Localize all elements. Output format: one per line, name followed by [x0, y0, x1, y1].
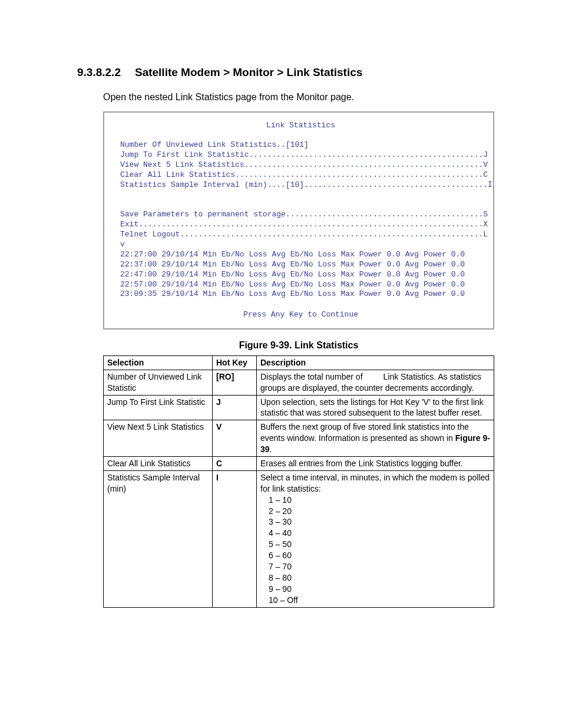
cell-selection: View Next 5 Link Statistics [104, 420, 213, 457]
terminal-title: Link Statistics [120, 121, 481, 131]
table-row: Statistics Sample Interval (min) I Selec… [104, 470, 494, 607]
interval-item: 9 – 90 [269, 584, 490, 595]
interval-item: 2 – 20 [269, 506, 490, 517]
cell-hotkey: [RO] [213, 370, 257, 395]
cell-hotkey: I [213, 470, 257, 607]
cell-hotkey: J [213, 395, 257, 420]
cell-description: Upon selection, sets the listings for Ho… [257, 395, 494, 420]
figure-caption: Figure 9-39. Link Statistics [103, 339, 494, 352]
cell-selection: Jump To First Link Statistic [104, 395, 213, 420]
terminal-line: 22:37:00 29/10/14 Min Eb/No Loss Avg Eb/… [120, 260, 481, 270]
link-statistics-table: Selection Hot Key Description Number of … [103, 355, 494, 608]
desc-gap [365, 372, 383, 381]
desc-text: . [270, 444, 272, 454]
cell-description: Displays the total number of Link Statis… [257, 370, 494, 395]
cell-description: Select a time interval, in minutes, in w… [257, 470, 494, 607]
terminal-line: Clear All Link Statistics...............… [120, 170, 481, 180]
desc-text: Displays the total number of [260, 372, 365, 381]
interval-item: 1 – 10 [269, 495, 490, 506]
terminal-line [120, 200, 481, 210]
table-row: Number of Unviewed Link Statistic [RO] D… [104, 370, 494, 395]
table-header-row: Selection Hot Key Description [104, 355, 494, 370]
section-title: Satellite Modem > Monitor > Link Statist… [135, 65, 362, 80]
terminal-line: Telnet Logout...........................… [120, 230, 481, 240]
col-header-description: Description [257, 355, 494, 370]
terminal-line: 23:09:35 29/10/14 Min Eb/No Loss Avg Eb/… [120, 289, 481, 299]
terminal-line: Save Parameters to permanent storage....… [120, 210, 481, 220]
terminal-line: Exit....................................… [120, 220, 481, 230]
interval-list: 1 – 102 – 203 – 304 – 405 – 506 – 607 – … [260, 495, 490, 606]
terminal-line: 22:57:00 29/10/14 Min Eb/No Loss Avg Eb/… [120, 280, 481, 290]
cell-hotkey: V [213, 420, 257, 457]
interval-item: 3 – 30 [269, 516, 490, 528]
terminal-line: Statistics Sample Interval (min)....[10]… [120, 180, 481, 190]
terminal-line: Jump To First Link Statistic............… [120, 150, 481, 160]
terminal-line [120, 190, 481, 200]
interval-item: 7 – 70 [269, 561, 490, 572]
interval-item: 10 – Off [269, 595, 490, 606]
desc-text: Buffers the next group of five stored li… [260, 422, 469, 443]
section-heading: 9.3.8.2.2 Satellite Modem > Monitor > Li… [77, 65, 494, 80]
interval-item: 5 – 50 [269, 539, 490, 550]
terminal-footer: Press Any Key to Continue [120, 310, 481, 320]
interval-item: 4 – 40 [269, 528, 490, 539]
terminal-line: 22:47:00 29/10/14 Min Eb/No Loss Avg Eb/… [120, 270, 481, 280]
table-row: Jump To First Link Statistic J Upon sele… [104, 395, 494, 420]
col-header-selection: Selection [104, 355, 213, 370]
terminal-line: 22:27:00 29/10/14 Min Eb/No Loss Avg Eb/… [120, 250, 481, 260]
desc-lead: Select a time interval, in minutes, in w… [260, 472, 490, 495]
cell-selection: Statistics Sample Interval (min) [104, 470, 213, 607]
col-header-hotkey: Hot Key [213, 355, 257, 370]
section-number: 9.3.8.2.2 [77, 65, 121, 80]
cell-hotkey: C [213, 456, 257, 470]
table-row: Clear All Link Statistics C Erases all e… [104, 456, 494, 470]
terminal-line: Number Of Unviewed Link Statistics..[101… [120, 140, 481, 150]
cell-selection: Number of Unviewed Link Statistic [104, 370, 213, 395]
terminal-line: View Next 5 Link Statistics.............… [120, 160, 481, 170]
interval-item: 6 – 60 [269, 550, 490, 561]
cell-selection: Clear All Link Statistics [104, 456, 213, 470]
cell-description: Buffers the next group of five stored li… [257, 420, 494, 457]
terminal-body: Number Of Unviewed Link Statistics..[101… [120, 140, 481, 299]
interval-item: 8 – 80 [269, 572, 490, 584]
terminal-line: v [120, 240, 481, 250]
table-row: View Next 5 Link Statistics V Buffers th… [104, 420, 494, 457]
terminal-screenshot: Link Statistics Number Of Unviewed Link … [103, 111, 494, 330]
intro-paragraph: Open the nested Link Statistics page fro… [103, 91, 494, 104]
cell-description: Erases all entries from the Link Statist… [257, 456, 494, 470]
